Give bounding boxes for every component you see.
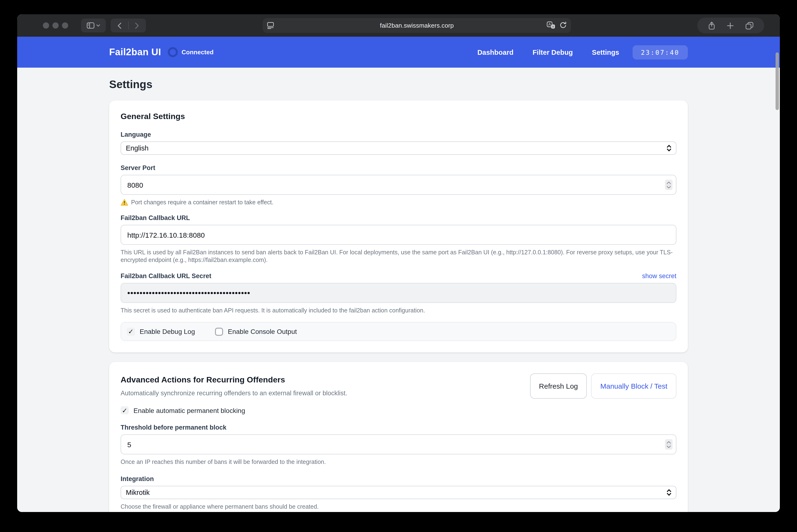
share-icon bbox=[708, 21, 716, 30]
auto-permanent-block-checkbox[interactable] bbox=[121, 406, 129, 414]
nav-dashboard[interactable]: Dashboard bbox=[477, 48, 513, 56]
stepper-down-icon bbox=[667, 446, 670, 448]
new-tab-button[interactable] bbox=[727, 22, 734, 29]
log-options-bar: Enable Debug Log Enable Console Output bbox=[121, 322, 676, 341]
browser-toolbar: fail2ban.swissmakers.corp A x bbox=[17, 14, 780, 37]
scrollbar-thumb[interactable] bbox=[776, 52, 779, 110]
card-heading: General Settings bbox=[121, 112, 676, 121]
connection-status-label: Connected bbox=[182, 49, 214, 56]
svg-text:x: x bbox=[552, 24, 554, 28]
translate-icon[interactable]: A x bbox=[547, 21, 555, 29]
app-header: Fail2ban UI Connected Dashboard Filter D… bbox=[17, 37, 780, 68]
number-stepper[interactable] bbox=[665, 439, 673, 450]
history-nav-group bbox=[111, 19, 146, 32]
page-title: Settings bbox=[109, 78, 688, 91]
callback-secret-input[interactable] bbox=[121, 283, 676, 303]
zoom-window-button[interactable] bbox=[62, 22, 68, 28]
nav-filter-debug[interactable]: Filter Debug bbox=[532, 48, 573, 56]
address-bar[interactable]: fail2ban.swissmakers.corp A x bbox=[262, 18, 571, 33]
general-settings-card: General Settings Language English Server… bbox=[109, 100, 688, 353]
callback-secret-label: Fail2ban Callback URL Secret bbox=[121, 272, 212, 280]
number-stepper[interactable] bbox=[665, 179, 673, 190]
card-subheading: Automatically synchronize recurring offe… bbox=[121, 390, 347, 397]
minimize-window-button[interactable] bbox=[52, 22, 59, 28]
forward-chevron-icon bbox=[136, 23, 139, 28]
traffic-lights bbox=[43, 22, 68, 28]
address-bar-accessories: A x bbox=[547, 21, 567, 29]
stepper-down-icon bbox=[667, 186, 670, 188]
card-heading: Advanced Actions for Recurring Offenders bbox=[121, 375, 347, 385]
threshold-label: Threshold before permanent block bbox=[121, 424, 676, 431]
callback-secret-help: This secret is used to authenticate ban … bbox=[121, 307, 676, 314]
select-chevrons-icon bbox=[666, 489, 672, 496]
url-text: fail2ban.swissmakers.corp bbox=[262, 22, 571, 29]
close-window-button[interactable] bbox=[43, 22, 49, 28]
stepper-up-icon bbox=[667, 441, 670, 443]
threshold-help: Once an IP reaches this number of bans i… bbox=[121, 458, 676, 466]
page-content: Settings General Settings Language Engli… bbox=[17, 68, 780, 512]
threshold-input[interactable] bbox=[121, 434, 676, 454]
sidebar-toggle-button[interactable] bbox=[81, 19, 106, 32]
main-nav: Dashboard Filter Debug Settings bbox=[477, 48, 619, 56]
integration-label: Integration bbox=[121, 475, 676, 482]
advanced-actions-card: Advanced Actions for Recurring Offenders… bbox=[109, 362, 688, 512]
auto-permanent-block-label: Enable automatic permanent blocking bbox=[133, 406, 245, 414]
clock-badge: 23:07:40 bbox=[633, 45, 688, 59]
app-brand: Fail2ban UI bbox=[109, 47, 161, 58]
show-secret-link[interactable]: show secret bbox=[642, 272, 676, 280]
console-output-checkbox[interactable] bbox=[215, 327, 223, 336]
page-settings-icon[interactable] bbox=[267, 22, 274, 29]
browser-window: fail2ban.swissmakers.corp A x bbox=[17, 14, 780, 512]
screen: fail2ban.swissmakers.corp A x bbox=[0, 0, 797, 532]
integration-select[interactable]: Mikrotik bbox=[121, 486, 676, 499]
back-chevron-icon bbox=[118, 23, 121, 28]
server-port-label: Server Port bbox=[121, 164, 676, 171]
sidebar-icon bbox=[87, 22, 94, 28]
integration-help: Choose the firewall or appliance where p… bbox=[121, 503, 676, 511]
select-chevrons-icon bbox=[666, 144, 672, 152]
debug-log-checkbox[interactable] bbox=[127, 327, 135, 336]
warning-icon bbox=[121, 198, 128, 206]
reload-icon[interactable] bbox=[560, 21, 567, 29]
callback-url-help: This URL is used by all Fail2Ban instanc… bbox=[121, 249, 676, 264]
toolbar-right-group bbox=[698, 18, 764, 33]
manually-block-test-button[interactable]: Manually Block / Test bbox=[591, 374, 676, 399]
server-port-input[interactable] bbox=[121, 175, 676, 195]
svg-text:A: A bbox=[548, 22, 551, 26]
tabs-icon bbox=[745, 22, 754, 29]
chevron-down-icon bbox=[96, 24, 100, 27]
port-warning: Port changes require a container restart… bbox=[121, 198, 676, 206]
language-label: Language bbox=[121, 131, 676, 138]
nav-settings[interactable]: Settings bbox=[592, 48, 619, 56]
stepper-up-icon bbox=[667, 182, 670, 183]
plus-icon bbox=[727, 22, 734, 29]
debug-log-label: Enable Debug Log bbox=[140, 328, 195, 335]
language-select[interactable]: English bbox=[121, 141, 676, 155]
callback-url-label: Fail2ban Callback URL bbox=[121, 214, 676, 222]
console-output-label: Enable Console Output bbox=[228, 328, 297, 335]
refresh-log-button[interactable]: Refresh Log bbox=[530, 374, 587, 399]
connection-status-icon bbox=[168, 47, 178, 57]
share-button[interactable] bbox=[708, 21, 716, 30]
back-button[interactable] bbox=[111, 22, 128, 29]
forward-button[interactable] bbox=[128, 22, 146, 29]
tab-overview-button[interactable] bbox=[745, 22, 754, 29]
callback-url-input[interactable] bbox=[121, 225, 676, 245]
